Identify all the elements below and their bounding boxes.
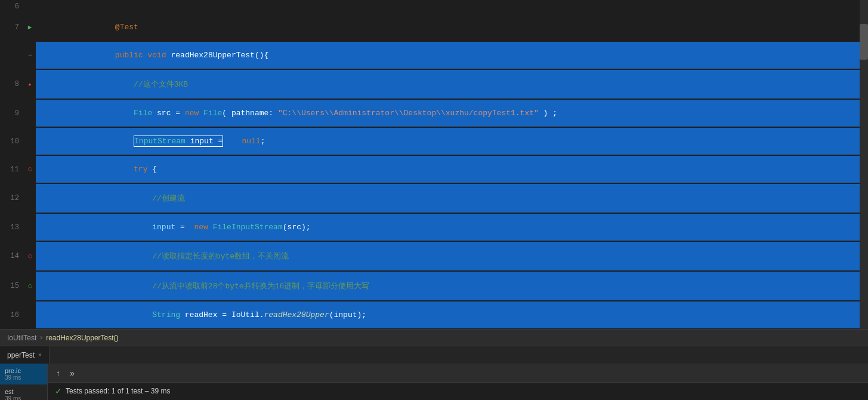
sidebar-item-2-label: est <box>5 388 42 395</box>
sidebar-item-1[interactable]: pre.ic 39 ms <box>0 364 47 384</box>
test-status-text: Tests passed: 1 of 1 test – 39 ms <box>66 387 170 395</box>
line-number-16: 16 <box>0 311 24 319</box>
line-number-10: 10 <box>0 137 24 146</box>
code-line-10: 10 InputStream input = null; <box>0 127 868 155</box>
code-content-9: File src = new File( pathname: "C:\\User… <box>36 100 868 127</box>
line-number-7: 7 <box>0 23 24 32</box>
code-content-7: @Test <box>36 14 868 41</box>
line-number-15: 15 <box>0 282 24 290</box>
bp-icon-15: ⬡ <box>28 284 32 289</box>
code-line-15: 15 ⬡ //从流中读取前28个byte并转换为16进制，字母部分使用大写 <box>0 271 868 301</box>
sidebar-item-2[interactable]: est 39 ms <box>0 384 47 400</box>
main-container: 6 7 ▶ @Test <box>0 0 868 400</box>
code-content-14: //读取指定长度的byte数组，不关闭流 <box>36 242 868 270</box>
line-number-14: 14 <box>0 252 24 260</box>
line-number-11: 11 <box>0 165 24 174</box>
test-tab[interactable]: pperTest × <box>0 346 50 364</box>
code-content-method: public void readHex28UpperTest(){ <box>36 42 868 69</box>
test-tab-label: pperTest <box>7 351 35 359</box>
code-area-wrapper: 6 7 ▶ @Test <box>0 0 868 329</box>
code-content-11: try { <box>36 156 868 183</box>
code-line-7: 7 ▶ @Test <box>0 13 868 41</box>
test-status-bar: ✓ Tests passed: 1 of 1 test – 39 ms <box>48 383 868 399</box>
code-content-6 <box>36 2 868 11</box>
code-line-12: 12 //创建流 <box>0 183 868 213</box>
breadcrumb-bar: IoUtilTest › readHex28UpperTest() <box>0 329 868 346</box>
line-icon-14: ⬡ <box>24 254 36 259</box>
code-line-11: 11 ⬡ try { <box>0 155 868 183</box>
arrow-icon: → <box>28 52 32 59</box>
code-content-10: InputStream input = null; <box>36 128 868 155</box>
line-icon-11: ⬡ <box>24 167 36 172</box>
output-panel: ↑ » ✓ Tests passed: 1 of 1 test – 39 ms … <box>48 364 868 400</box>
run-icon[interactable]: ▶ <box>28 23 32 31</box>
sidebar-item-2-time: 39 ms <box>5 395 42 400</box>
line-number-9: 9 <box>0 109 24 118</box>
editor-scrollbar[interactable] <box>860 0 868 329</box>
code-content-12: //创建流 <box>36 184 868 213</box>
toolbar-double-right-btn[interactable]: » <box>67 367 77 379</box>
line-icon-15: ⬡ <box>24 284 36 289</box>
code-line-6: 6 <box>0 0 868 13</box>
toolbar-up-btn[interactable]: ↑ <box>54 367 63 379</box>
line-number-13: 13 <box>0 223 24 232</box>
code-content-15: //从流中读取前28个byte并转换为16进制，字母部分使用大写 <box>36 272 868 300</box>
code-content-8: //这个文件3KB <box>36 70 868 99</box>
pass-icon: ✓ <box>55 386 62 396</box>
bp-icon-8: ● <box>29 82 32 87</box>
test-toolbar: ↑ » <box>48 364 868 383</box>
editor-scroll-thumb[interactable] <box>860 24 868 60</box>
code-line-13: 13 input = new FileInputStream(src); <box>0 213 868 241</box>
line-icon-method: → <box>24 52 36 59</box>
line-number-12: 12 <box>0 194 24 202</box>
bp-icon-11: ⬡ <box>28 167 32 172</box>
code-line-14: 14 ⬡ //读取指定长度的byte数组，不关闭流 <box>0 241 868 271</box>
test-runner-panel: pre.ic 39 ms est 39 ms ↑ » ✓ Tests passe… <box>0 364 868 400</box>
breadcrumb-class: IoUtilTest <box>7 334 36 342</box>
breadcrumb-separator: › <box>39 333 44 342</box>
line-icon-8: ● <box>24 82 36 87</box>
sidebar-item-1-label: pre.ic <box>5 367 42 374</box>
editor-area: 6 7 ▶ @Test <box>0 0 868 329</box>
sidebar-item-1-time: 39 ms <box>5 374 42 381</box>
line-number-6: 6 <box>0 2 24 11</box>
code-line-8: 8 ● //这个文件3KB <box>0 69 868 99</box>
test-tab-bar: pperTest × <box>0 346 868 364</box>
code-line-method: → public void readHex28UpperTest(){ <box>0 41 868 69</box>
bp-icon-14: ⬡ <box>28 254 32 259</box>
breadcrumb-method: readHex28UpperTest() <box>46 334 118 342</box>
code-line-9: 9 File src = new File( pathname: "C:\\Us… <box>0 99 868 127</box>
code-content-16: String readHex = IoUtil.readHex28Upper(i… <box>36 301 868 328</box>
line-icon-7: ▶ <box>24 23 36 31</box>
line-number-8: 8 <box>0 80 24 88</box>
test-tab-close-icon[interactable]: × <box>38 352 42 358</box>
code-line-16: 16 String readHex = IoUtil.readHex28Uppe… <box>0 301 868 329</box>
code-content-13: input = new FileInputStream(src); <box>36 214 868 241</box>
lines-wrapper: 6 7 ▶ @Test <box>0 0 868 329</box>
test-sidebar: pre.ic 39 ms est 39 ms <box>0 364 48 400</box>
